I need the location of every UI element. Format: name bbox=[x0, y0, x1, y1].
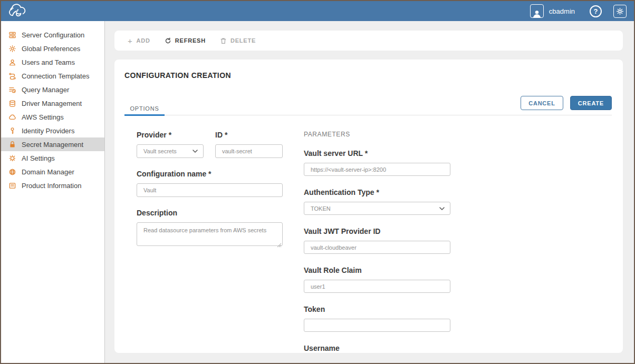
server-icon bbox=[8, 31, 16, 39]
sidebar-item-label: AI Settings bbox=[22, 154, 55, 162]
form-left-column: Provider * Vault secrets ID * bbox=[137, 131, 283, 353]
authentication-type-value: TOKEN bbox=[311, 205, 331, 212]
sidebar-item-aws-settings[interactable]: AWS Settings bbox=[1, 110, 104, 124]
plus-icon: + bbox=[128, 37, 133, 45]
sidebar-item-secret-management[interactable]: Secret Management bbox=[1, 137, 104, 151]
chevron-down-icon bbox=[439, 207, 445, 210]
sidebar-item-label: AWS Settings bbox=[22, 113, 64, 121]
refresh-button[interactable]: REFRESH bbox=[165, 37, 206, 44]
document-icon bbox=[8, 181, 16, 190]
body-region: Server Configuration Global Preferences … bbox=[1, 21, 634, 363]
globe-icon bbox=[8, 168, 16, 176]
sidebar-item-label: Query Manager bbox=[22, 86, 69, 94]
sidebar-item-connection-templates[interactable]: Connection Templates bbox=[1, 69, 104, 83]
trash-icon bbox=[220, 37, 227, 44]
id-field[interactable] bbox=[215, 144, 283, 158]
sidebar-item-label: Connection Templates bbox=[22, 72, 89, 80]
toolbar: + ADD REFRESH DELETE bbox=[114, 31, 623, 51]
sidebar-item-label: Identity Providers bbox=[22, 127, 74, 135]
cloud-icon bbox=[8, 113, 16, 121]
username-label: Username bbox=[304, 344, 450, 352]
page-title: CONFIGURATION CREATION bbox=[124, 71, 231, 80]
delete-button-label: DELETE bbox=[230, 37, 256, 44]
id-label: ID * bbox=[215, 131, 283, 139]
user-avatar-icon[interactable] bbox=[530, 4, 544, 18]
user-icon bbox=[8, 58, 16, 66]
app-window: cbadmin ? Server Configuration bbox=[0, 0, 635, 364]
admin-sidebar: Server Configuration Global Preferences … bbox=[1, 21, 105, 363]
resize-grip-icon[interactable] bbox=[277, 240, 282, 245]
token-field[interactable] bbox=[304, 319, 450, 332]
cloudbeaver-logo-icon[interactable] bbox=[5, 3, 30, 19]
configuration-name-label: Configuration name * bbox=[137, 170, 283, 178]
parameters-section-label: PARAMETERS bbox=[304, 131, 450, 138]
sidebar-item-query-manager[interactable]: Query Manager bbox=[1, 83, 104, 96]
vault-role-claim-field[interactable] bbox=[304, 280, 450, 293]
sidebar-item-label: Product Information bbox=[22, 182, 81, 190]
sidebar-item-domain-manager[interactable]: Domain Manager bbox=[1, 165, 104, 179]
refresh-button-label: REFRESH bbox=[175, 37, 206, 44]
tab-options[interactable]: OPTIONS bbox=[124, 105, 165, 116]
token-label: Token bbox=[304, 305, 450, 313]
description-label: Description bbox=[137, 209, 283, 217]
help-icon[interactable]: ? bbox=[590, 5, 602, 17]
authentication-type-label: Authentication Type * bbox=[304, 188, 450, 196]
query-history-icon bbox=[8, 85, 16, 94]
authentication-type-select[interactable]: TOKEN bbox=[304, 202, 450, 215]
provider-select-value: Vault secrets bbox=[143, 148, 177, 154]
sidebar-item-label: Users and Teams bbox=[22, 58, 75, 66]
sidebar-item-global-preferences[interactable]: Global Preferences bbox=[1, 42, 104, 55]
sidebar-item-label: Server Configuration bbox=[22, 31, 84, 39]
sidebar-item-users-and-teams[interactable]: Users and Teams bbox=[1, 55, 104, 69]
configuration-form: Provider * Vault secrets ID * bbox=[137, 131, 450, 353]
gear-icon bbox=[8, 44, 16, 53]
sidebar-item-label: Global Preferences bbox=[22, 45, 80, 53]
sidebar-item-identity-providers[interactable]: Identity Providers bbox=[1, 124, 104, 137]
refresh-icon bbox=[165, 37, 171, 44]
database-icon bbox=[8, 99, 16, 107]
sidebar-item-product-information[interactable]: Product Information bbox=[1, 179, 104, 192]
configuration-creation-panel: CONFIGURATION CREATION CANCEL CREATE OPT… bbox=[114, 60, 623, 353]
delete-button[interactable]: DELETE bbox=[220, 37, 256, 44]
provider-select[interactable]: Vault secrets bbox=[137, 144, 204, 158]
vault-jwt-provider-id-field[interactable] bbox=[304, 241, 450, 254]
vault-jwt-provider-id-label: Vault JWT Provider ID bbox=[304, 227, 450, 235]
sidebar-item-label: Domain Manager bbox=[22, 168, 74, 176]
topbar-right: cbadmin ? bbox=[530, 4, 627, 18]
chip-icon bbox=[8, 154, 16, 162]
form-right-column: PARAMETERS Vault server URL * Authentica… bbox=[304, 131, 450, 353]
chevron-down-icon bbox=[193, 150, 198, 153]
key-icon bbox=[8, 126, 16, 135]
vault-role-claim-label: Vault Role Claim bbox=[304, 266, 450, 274]
add-button-label: ADD bbox=[137, 37, 150, 44]
description-field[interactable]: Read datasource parameters from AWS secr… bbox=[137, 222, 283, 246]
sidebar-item-label: Driver Management bbox=[22, 100, 82, 107]
gear-icon[interactable] bbox=[613, 5, 627, 18]
add-button[interactable]: + ADD bbox=[128, 37, 150, 45]
sidebar-item-label: Secret Management bbox=[22, 141, 83, 149]
lock-icon bbox=[8, 140, 16, 149]
sidebar-item-ai-settings[interactable]: AI Settings bbox=[1, 151, 104, 165]
top-bar: cbadmin ? bbox=[1, 1, 634, 21]
vault-server-url-field[interactable] bbox=[304, 163, 450, 176]
content-area: + ADD REFRESH DELETE CONF bbox=[105, 21, 634, 363]
sidebar-item-server-configuration[interactable]: Server Configuration bbox=[1, 28, 104, 42]
sidebar-item-driver-management[interactable]: Driver Management bbox=[1, 96, 104, 110]
connection-icon bbox=[8, 72, 16, 80]
provider-label: Provider * bbox=[137, 131, 204, 139]
username-label[interactable]: cbadmin bbox=[549, 7, 575, 15]
vault-server-url-label: Vault server URL * bbox=[304, 149, 450, 158]
configuration-name-field[interactable] bbox=[137, 183, 283, 197]
tab-bar: OPTIONS bbox=[124, 104, 612, 115]
